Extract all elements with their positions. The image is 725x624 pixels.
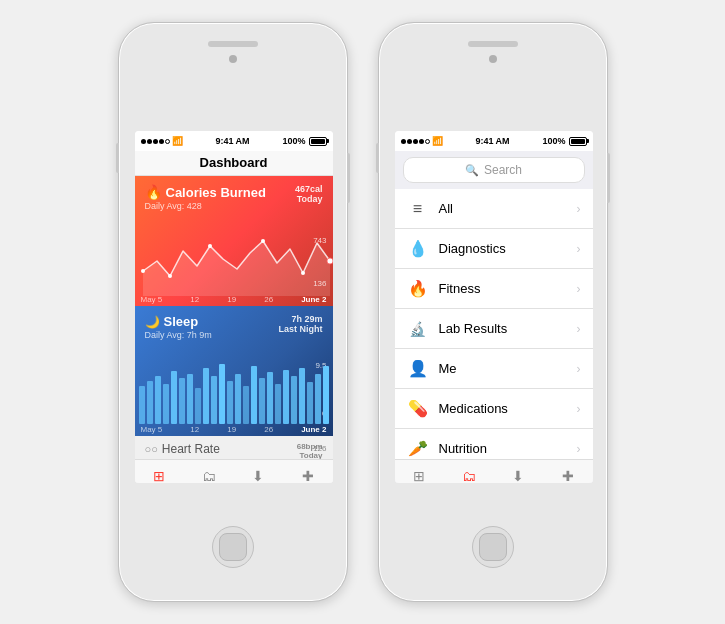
svg-rect-23 — [275, 384, 281, 424]
dashboard-content: Dashboard 🔥 Calories Burned Daily Avg: 4… — [135, 151, 333, 483]
flame-icon: 🔥 — [145, 184, 162, 200]
status-left: 📶 — [141, 136, 183, 146]
cal-title: Calories Burned — [166, 185, 266, 200]
cal-date-june2: June 2 — [301, 295, 326, 304]
battery-icon-2 — [569, 137, 587, 146]
tab-sources[interactable]: ⬇ Sources — [234, 468, 284, 483]
hr-subtitle: Min: 53 Max: 126 — [145, 457, 220, 459]
svg-rect-27 — [307, 382, 313, 424]
home-button-2[interactable] — [472, 526, 514, 568]
list-item-fitness[interactable]: 🔥 Fitness › — [395, 269, 593, 309]
sleep-card[interactable]: 🌙 Sleep Daily Avg: 7h 9m 7h 29m Last Nig… — [135, 306, 333, 436]
cal-value-section: 467cal Today — [295, 184, 323, 204]
nutrition-icon: 🥕 — [405, 436, 431, 460]
list-item-diagnostics[interactable]: 💧 Diagnostics › — [395, 229, 593, 269]
top-bezel — [119, 23, 347, 131]
me-icon: 👤 — [405, 356, 431, 382]
svg-rect-11 — [179, 378, 185, 424]
svg-point-2 — [208, 244, 212, 248]
cal-title-section: 🔥 Calories Burned Daily Avg: 428 — [145, 184, 266, 211]
hr-title: Heart Rate — [162, 442, 220, 456]
dashboard-title: Dashboard — [200, 155, 268, 170]
svg-rect-20 — [251, 366, 257, 424]
svg-rect-12 — [187, 374, 193, 424]
sleep-header: 🌙 Sleep Daily Avg: 7h 9m 7h 29m Last Nig… — [145, 314, 323, 340]
svg-rect-29 — [323, 366, 329, 424]
tab2-health-data[interactable]: 🗂 Health Data — [444, 468, 494, 483]
wifi-icon: 📶 — [172, 136, 183, 146]
svg-point-1 — [168, 274, 172, 278]
sleep-date-19: 19 — [227, 425, 236, 434]
tab2-sources-icon: ⬇ — [512, 468, 524, 483]
bottom-bezel-2 — [379, 493, 607, 601]
svg-rect-15 — [211, 376, 217, 424]
sleep-date-12: 12 — [190, 425, 199, 434]
svg-rect-19 — [243, 386, 249, 424]
status-right: 100% — [282, 136, 326, 146]
svg-rect-26 — [299, 368, 305, 424]
me-label: Me — [439, 361, 577, 376]
svg-rect-9 — [163, 384, 169, 424]
sleep-date-may5: May 5 — [141, 425, 163, 434]
sleep-title-section: 🌙 Sleep Daily Avg: 7h 9m — [145, 314, 212, 340]
moon-icon: 🌙 — [145, 315, 160, 329]
cal-date-26: 26 — [264, 295, 273, 304]
sleep-title: Sleep — [164, 314, 199, 329]
health-data-content: 🔍 Search ≡ All › 💧 Diagnostics › 🔥 — [395, 151, 593, 483]
tab-dashboard[interactable]: ⊞ Dashboard — [135, 468, 185, 483]
sleep-date-26: 26 — [264, 425, 273, 434]
list-item-all[interactable]: ≡ All › — [395, 189, 593, 229]
search-input[interactable]: 🔍 Search — [403, 157, 585, 183]
tab-dashboard-icon: ⊞ — [153, 468, 165, 483]
cal-date-may5: May 5 — [141, 295, 163, 304]
tab2-medical-id[interactable]: ✚ Medical ID — [543, 468, 593, 483]
svg-rect-7 — [147, 381, 153, 424]
cal-date-12: 12 — [190, 295, 199, 304]
svg-point-0 — [141, 269, 145, 273]
cal-chart: 743 136 May 5 12 — [135, 231, 333, 306]
list-item-nutrition[interactable]: 🥕 Nutrition › — [395, 429, 593, 459]
lab-results-icon: 🔬 — [405, 316, 431, 342]
chevron-me: › — [577, 362, 581, 376]
calories-card[interactable]: 🔥 Calories Burned Daily Avg: 428 467cal … — [135, 176, 333, 306]
svg-point-4 — [301, 271, 305, 275]
home-button-inner-2 — [479, 533, 507, 561]
list-item-medications[interactable]: 💊 Medications › — [395, 389, 593, 429]
tab-sources-icon: ⬇ — [252, 468, 264, 483]
heart-rate-card[interactable]: ○○ Heart Rate Min: 53 Max: 126 68bpm Tod… — [135, 436, 333, 459]
tab2-dashboard[interactable]: ⊞ Dashboard — [395, 468, 445, 483]
svg-rect-6 — [139, 386, 145, 424]
chevron-fitness: › — [577, 282, 581, 296]
svg-rect-10 — [171, 371, 177, 424]
fitness-icon: 🔥 — [405, 276, 431, 302]
diagnostics-icon: 💧 — [405, 236, 431, 262]
home-button-inner-1 — [219, 533, 247, 561]
iphone-dashboard: 📶 9:41 AM 100% Dashboard — [118, 22, 348, 602]
sleep-chart: 9.5 0 — [135, 356, 333, 436]
tab-bar-health-data: ⊞ Dashboard 🗂 Health Data ⬇ Sources ✚ Me… — [395, 459, 593, 483]
home-button-1[interactable] — [212, 526, 254, 568]
battery-percent-2: 100% — [542, 136, 565, 146]
chevron-medications: › — [577, 402, 581, 416]
list-item-lab-results[interactable]: 🔬 Lab Results › — [395, 309, 593, 349]
medications-label: Medications — [439, 401, 577, 416]
svg-rect-22 — [267, 372, 273, 424]
speaker-2 — [468, 41, 518, 47]
status-right-2: 100% — [542, 136, 586, 146]
tab2-dashboard-icon: ⊞ — [413, 468, 425, 483]
tab2-sources[interactable]: ⬇ Sources — [494, 468, 544, 483]
tab-health-data[interactable]: 🗂 Health Data — [184, 468, 234, 483]
svg-rect-16 — [219, 364, 225, 424]
top-bezel-2 — [379, 23, 607, 131]
tab-medical-id[interactable]: ✚ Medical ID — [283, 468, 333, 483]
list-item-me[interactable]: 👤 Me › — [395, 349, 593, 389]
svg-rect-21 — [259, 378, 265, 424]
chevron-lab-results: › — [577, 322, 581, 336]
tab2-medical-id-icon: ✚ — [562, 468, 574, 483]
status-time-2: 9:41 AM — [475, 136, 509, 146]
all-label: All — [439, 201, 577, 216]
diagnostics-label: Diagnostics — [439, 241, 577, 256]
signal-dots — [141, 139, 170, 144]
svg-rect-28 — [315, 374, 321, 424]
screen-dashboard: 📶 9:41 AM 100% Dashboard — [135, 131, 333, 483]
